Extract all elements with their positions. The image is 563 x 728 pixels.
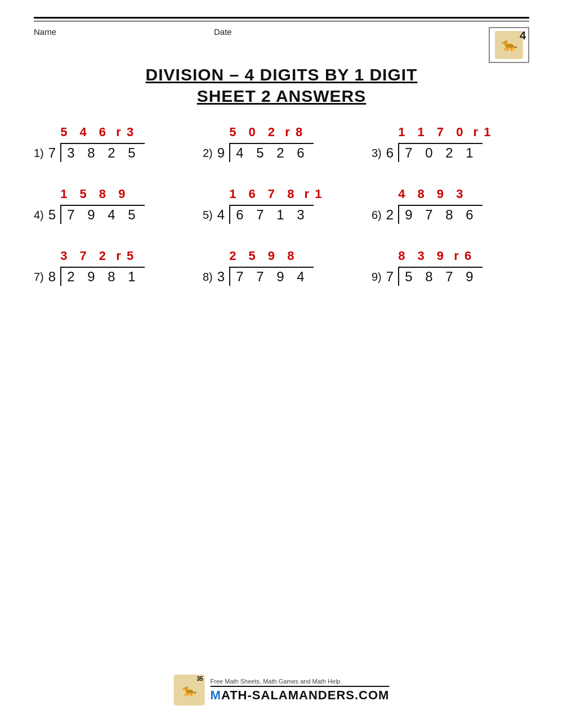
- logo-number: 4: [520, 29, 526, 42]
- answer-digits-4: 1 5 8 9: [60, 187, 129, 201]
- header-row: Name Date 4 🐆: [34, 27, 529, 63]
- problem-number-6: 6): [372, 209, 382, 222]
- divisor-5: 4: [217, 207, 225, 223]
- remainder-3: r 1: [468, 125, 491, 139]
- problem-7: 7) 8 3 7 2 r 5 2 9 8 1: [34, 246, 191, 286]
- answer-digits-5: 1 6 7 8: [229, 187, 298, 201]
- answer-row-9: 8 3 9 r 6: [398, 249, 472, 263]
- answer-digits-6: 4 8 9 3: [398, 187, 467, 201]
- division-box-3: 1 1 7 0 r 1 7 0 2 1: [398, 143, 482, 162]
- name-date: Name Date: [34, 27, 232, 37]
- problem-number-2: 2): [203, 147, 213, 160]
- page: Name Date 4 🐆 DIVISION – 4 DIGITS BY 1 D…: [0, 0, 563, 728]
- problems-grid: 1) 7 5 4 6 r 3 3 8 2 5 2) 9 5 0 2 r 8 4 …: [34, 123, 529, 286]
- answer-row-6: 4 8 9 3: [398, 187, 468, 201]
- divisor-8: 3: [217, 269, 225, 285]
- divisor-2: 9: [217, 145, 225, 161]
- dividend-row-4: 7 9 4 5: [60, 205, 144, 224]
- answer-row-1: 5 4 6 r 3: [60, 125, 135, 140]
- problem-2: 2) 9 5 0 2 r 8 4 5 2 6: [203, 123, 360, 162]
- problem-8: 8) 3 2 5 9 8 7 7 9 4: [203, 246, 360, 286]
- division-box-6: 4 8 9 3 9 7 8 6: [398, 205, 482, 224]
- answer-digits-3: 1 1 7 0: [398, 125, 467, 139]
- division-box-7: 3 7 2 r 5 2 9 8 1: [60, 267, 144, 286]
- dividend-row-6: 9 7 8 6: [398, 205, 482, 224]
- answer-digits-7: 3 7 2: [60, 249, 110, 263]
- division-box-4: 1 5 8 9 7 9 4 5: [60, 205, 144, 224]
- problem-number-3: 3): [372, 147, 382, 160]
- remainder-5: r 1: [300, 187, 323, 201]
- footer-site: MATH-SALAMANDERS.COM: [211, 686, 390, 703]
- division-box-5: 1 6 7 8 r 1 6 7 1 3: [229, 205, 313, 224]
- footer-tagline: Free Math Sheets, Math Games and Math He…: [211, 678, 390, 685]
- logo-box: 4 🐆: [489, 27, 529, 63]
- footer-site-name: ATH-SALAMANDERS.COM: [221, 688, 389, 702]
- divisor-9: 7: [386, 269, 394, 285]
- answer-row-4: 1 5 8 9: [60, 187, 131, 201]
- footer: 35 🐆 Free Math Sheets, Math Games and Ma…: [174, 675, 390, 705]
- footer-logo-number: 35: [196, 676, 203, 682]
- dividend-row-5: 6 7 1 3: [229, 205, 313, 224]
- problem-3: 3) 6 1 1 7 0 r 1 7 0 2 1: [372, 123, 529, 162]
- problem-number-8: 8): [203, 271, 213, 284]
- problem-number-5: 5): [203, 209, 213, 222]
- answer-row-7: 3 7 2 r 5: [60, 249, 135, 263]
- problem-number-4: 4): [34, 209, 44, 222]
- problem-number-1: 1): [34, 147, 44, 160]
- dividend-row-3: 7 0 2 1: [398, 143, 482, 162]
- remainder-2: r 8: [280, 125, 303, 139]
- dividend-row-1: 3 8 2 5: [60, 143, 144, 162]
- answer-digits-2: 5 0 2: [229, 125, 279, 139]
- remainder-1: r 3: [111, 125, 135, 139]
- problem-number-7: 7): [34, 271, 44, 284]
- footer-site-prefix: M: [211, 688, 221, 702]
- sub-title: SHEET 2 ANSWERS: [34, 87, 529, 106]
- answer-digits-1: 5 4 6: [60, 125, 110, 139]
- dividend-row-8: 7 7 9 4: [229, 267, 313, 286]
- top-border2: [34, 21, 529, 21]
- answer-row-2: 5 0 2 r 8: [229, 125, 303, 140]
- footer-logo-image: 35 🐆: [174, 675, 205, 705]
- division-box-1: 5 4 6 r 3 3 8 2 5: [60, 143, 144, 162]
- top-border: [34, 17, 529, 19]
- remainder-7: r 5: [111, 249, 135, 263]
- problem-9: 9) 7 8 3 9 r 6 5 8 7 9: [372, 246, 529, 286]
- date-label: Date: [214, 27, 232, 37]
- title-section: DIVISION – 4 DIGITS BY 1 DIGIT SHEET 2 A…: [34, 65, 529, 106]
- divisor-1: 7: [48, 145, 56, 161]
- problem-1: 1) 7 5 4 6 r 3 3 8 2 5: [34, 123, 191, 162]
- answer-row-8: 2 5 9 8: [229, 249, 300, 263]
- logo-image: 🐆: [495, 31, 523, 59]
- name-label: Name: [34, 27, 56, 37]
- dividend-row-7: 2 9 8 1: [60, 267, 144, 286]
- answer-row-3: 1 1 7 0 r 1: [398, 125, 491, 140]
- answer-digits-8: 2 5 9 8: [229, 249, 298, 263]
- dividend-row-9: 5 8 7 9: [398, 267, 482, 286]
- division-box-9: 8 3 9 r 6 5 8 7 9: [398, 267, 482, 286]
- problem-5: 5) 4 1 6 7 8 r 1 6 7 1 3: [203, 185, 360, 224]
- problem-4: 4) 5 1 5 8 9 7 9 4 5: [34, 185, 191, 224]
- divisor-4: 5: [48, 207, 56, 223]
- main-title: DIVISION – 4 DIGITS BY 1 DIGIT: [34, 65, 529, 84]
- division-box-8: 2 5 9 8 7 7 9 4: [229, 267, 313, 286]
- dividend-row-2: 4 5 2 6: [229, 143, 313, 162]
- remainder-9: r 6: [449, 249, 472, 263]
- divisor-6: 2: [386, 207, 394, 223]
- divisor-3: 6: [386, 145, 394, 161]
- answer-digits-9: 8 3 9: [398, 249, 448, 263]
- problem-6: 6) 2 4 8 9 3 9 7 8 6: [372, 185, 529, 224]
- footer-logo-area: 35 🐆 Free Math Sheets, Math Games and Ma…: [174, 675, 390, 705]
- divisor-7: 8: [48, 269, 56, 285]
- division-box-2: 5 0 2 r 8 4 5 2 6: [229, 143, 313, 162]
- answer-row-5: 1 6 7 8 r 1: [229, 187, 323, 201]
- footer-text-block: Free Math Sheets, Math Games and Math He…: [211, 678, 390, 703]
- problem-number-9: 9): [372, 271, 382, 284]
